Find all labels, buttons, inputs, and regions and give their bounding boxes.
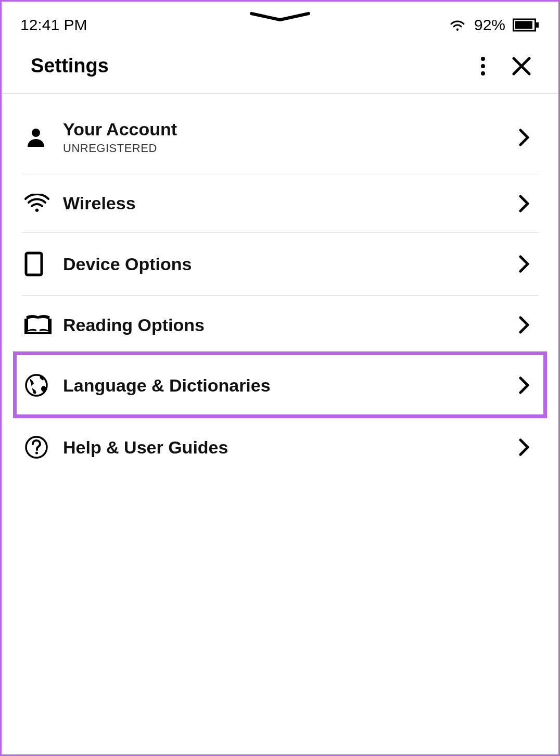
- item-title: Wireless: [63, 193, 519, 213]
- settings-item-reading[interactable]: Reading Options: [21, 296, 539, 355]
- page-title: Settings: [31, 55, 109, 77]
- chevron-right-icon: [519, 376, 529, 394]
- svg-point-6: [32, 129, 40, 137]
- svg-point-5: [481, 71, 485, 75]
- wifi-icon: [24, 194, 56, 213]
- svg-point-11: [35, 452, 38, 455]
- chevron-right-icon: [519, 255, 529, 273]
- status-time: 12:41 PM: [20, 16, 87, 34]
- svg-rect-7: [26, 253, 42, 275]
- item-title: Your Account: [63, 119, 519, 140]
- chevron-right-icon: [519, 195, 529, 212]
- book-icon: [24, 314, 56, 335]
- item-title: Reading Options: [63, 315, 519, 335]
- pulldown-handle[interactable]: [249, 12, 311, 22]
- settings-list: Your Account UNREGISTERED Wireless: [2, 94, 558, 478]
- battery-percent: 92%: [474, 16, 505, 34]
- settings-item-language[interactable]: Language & Dictionaries: [21, 355, 539, 417]
- chevron-right-icon: [519, 316, 529, 334]
- svg-rect-1: [515, 21, 532, 29]
- svg-point-3: [481, 57, 485, 61]
- battery-icon: [513, 18, 540, 32]
- chevron-right-icon: [519, 438, 529, 456]
- svg-point-4: [481, 64, 485, 68]
- settings-item-device[interactable]: Device Options: [21, 233, 539, 296]
- close-icon[interactable]: [512, 56, 531, 76]
- help-icon: [24, 435, 56, 459]
- settings-item-wireless[interactable]: Wireless: [21, 174, 539, 233]
- globe-icon: [24, 373, 56, 397]
- chevron-right-icon: [519, 129, 529, 146]
- settings-item-account[interactable]: Your Account UNREGISTERED: [21, 100, 539, 174]
- more-menu-icon[interactable]: [480, 56, 486, 76]
- settings-item-help[interactable]: Help & User Guides: [21, 417, 539, 478]
- tablet-icon: [24, 251, 56, 276]
- svg-point-9: [26, 375, 47, 396]
- item-subtitle: UNREGISTERED: [63, 142, 519, 155]
- svg-rect-2: [536, 22, 539, 28]
- page-header: Settings: [2, 39, 558, 94]
- item-title: Language & Dictionaries: [63, 375, 519, 396]
- wifi-icon: [448, 18, 467, 32]
- item-title: Help & User Guides: [63, 437, 519, 458]
- person-icon: [24, 126, 56, 149]
- item-title: Device Options: [63, 254, 519, 274]
